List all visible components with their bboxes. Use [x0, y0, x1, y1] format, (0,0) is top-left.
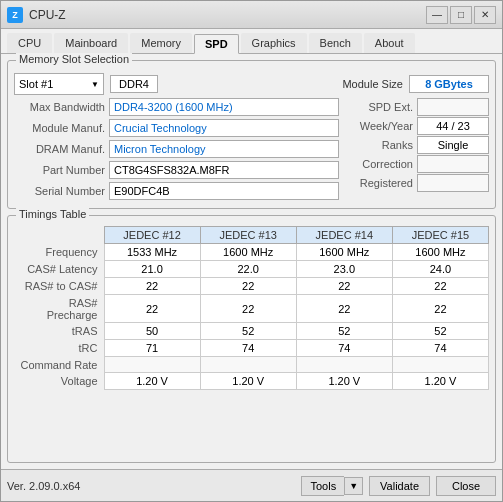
- col-jedec12: JEDEC #12: [104, 227, 200, 244]
- right-value-week-year: 44 / 23: [417, 117, 489, 135]
- tools-dropdown-arrow[interactable]: ▼: [344, 477, 363, 495]
- right-info-col: SPD Ext. Week/Year 44 / 23 Ranks Single: [339, 97, 489, 202]
- window-title: CPU-Z: [29, 8, 426, 22]
- timing-cell: 1600 MHz: [296, 244, 392, 261]
- right-value-ranks: Single: [417, 136, 489, 154]
- tab-bench[interactable]: Bench: [309, 33, 362, 53]
- timing-cell: 22: [296, 295, 392, 323]
- table-header-row: JEDEC #12 JEDEC #13 JEDEC #14 JEDEC #15: [14, 227, 489, 244]
- table-row: RAS# to CAS#22222222: [14, 278, 489, 295]
- tab-spd[interactable]: SPD: [194, 34, 239, 54]
- field-value-part-number: CT8G4SFS832A.M8FR: [109, 161, 339, 179]
- tab-memory[interactable]: Memory: [130, 33, 192, 53]
- timing-cell: 22: [104, 295, 200, 323]
- col-jedec15: JEDEC #15: [392, 227, 488, 244]
- field-label: Part Number: [14, 164, 109, 176]
- timings-group-title: Timings Table: [16, 208, 89, 220]
- timing-cell: 1600 MHz: [392, 244, 488, 261]
- right-field-ranks: Ranks Single: [343, 135, 489, 154]
- timing-row-label: tRC: [14, 340, 104, 357]
- timing-cell: 74: [200, 340, 296, 357]
- right-label: Correction: [343, 158, 413, 170]
- table-row: tRAS50525252: [14, 323, 489, 340]
- status-bar: Ver. 2.09.0.x64 Tools ▼ Validate Close: [1, 469, 502, 501]
- memory-slot-group: Memory Slot Selection Slot #1 ▼ DDR4 Mod…: [7, 60, 496, 209]
- table-row: RAS# Precharge22222222: [14, 295, 489, 323]
- right-field-spd-ext: SPD Ext.: [343, 97, 489, 116]
- table-row: Voltage1.20 V1.20 V1.20 V1.20 V: [14, 373, 489, 390]
- tab-cpu[interactable]: CPU: [7, 33, 52, 53]
- timing-cell: 22.0: [200, 261, 296, 278]
- left-info-col: Max Bandwidth DDR4-3200 (1600 MHz) Modul…: [14, 97, 339, 202]
- timing-cell: 1.20 V: [200, 373, 296, 390]
- timing-cell: [200, 357, 296, 373]
- table-row: tRC71747474: [14, 340, 489, 357]
- app-icon: Z: [7, 7, 23, 23]
- memory-slot-group-title: Memory Slot Selection: [16, 53, 132, 65]
- timing-cell: 50: [104, 323, 200, 340]
- close-app-button[interactable]: Close: [436, 476, 496, 496]
- timing-cell: 1533 MHz: [104, 244, 200, 261]
- timings-group: Timings Table JEDEC #12 JEDEC #13 JEDEC …: [7, 215, 496, 463]
- tab-about[interactable]: About: [364, 33, 415, 53]
- field-serial-number: Serial Number E90DFC4B: [14, 181, 339, 200]
- right-field-correction: Correction: [343, 154, 489, 173]
- field-dram-manuf: DRAM Manuf. Micron Technology: [14, 139, 339, 158]
- table-row: CAS# Latency21.022.023.024.0: [14, 261, 489, 278]
- field-value-bandwidth: DDR4-3200 (1600 MHz): [109, 98, 339, 116]
- timing-cell: 22: [392, 295, 488, 323]
- field-value-serial-number: E90DFC4B: [109, 182, 339, 200]
- timing-cell: 22: [200, 278, 296, 295]
- ddr-type-badge: DDR4: [110, 75, 158, 93]
- timing-row-label: RAS# to CAS#: [14, 278, 104, 295]
- validate-button[interactable]: Validate: [369, 476, 430, 496]
- field-label: DRAM Manuf.: [14, 143, 109, 155]
- timing-row-label: RAS# Precharge: [14, 295, 104, 323]
- field-module-manuf: Module Manuf. Crucial Technology: [14, 118, 339, 137]
- tools-container: Tools ▼: [301, 476, 363, 496]
- module-size-value: 8 GBytes: [409, 75, 489, 93]
- timing-cell: [296, 357, 392, 373]
- right-value-registered: [417, 174, 489, 192]
- timing-cell: 22: [296, 278, 392, 295]
- field-part-number: Part Number CT8G4SFS832A.M8FR: [14, 160, 339, 179]
- title-bar: Z CPU-Z — □ ✕: [1, 1, 502, 29]
- field-max-bandwidth: Max Bandwidth DDR4-3200 (1600 MHz): [14, 97, 339, 116]
- tools-button[interactable]: Tools: [301, 476, 344, 496]
- timing-cell: 22: [200, 295, 296, 323]
- timing-cell: 21.0: [104, 261, 200, 278]
- right-field-registered: Registered: [343, 173, 489, 192]
- timing-cell: 22: [104, 278, 200, 295]
- content-area: Memory Slot Selection Slot #1 ▼ DDR4 Mod…: [1, 54, 502, 469]
- module-size-label: Module Size: [342, 78, 403, 90]
- timing-row-label: CAS# Latency: [14, 261, 104, 278]
- timing-cell: 74: [392, 340, 488, 357]
- timing-cell: 1.20 V: [296, 373, 392, 390]
- timing-cell: 52: [200, 323, 296, 340]
- main-window: Z CPU-Z — □ ✕ CPU Mainboard Memory SPD G…: [0, 0, 503, 502]
- maximize-button[interactable]: □: [450, 6, 472, 24]
- timing-cell: 52: [296, 323, 392, 340]
- slot-select[interactable]: Slot #1 ▼: [14, 73, 104, 95]
- field-value-module-manuf: Crucial Technology: [109, 119, 339, 137]
- col-jedec13: JEDEC #13: [200, 227, 296, 244]
- timing-cell: 74: [296, 340, 392, 357]
- timing-cell: 22: [392, 278, 488, 295]
- field-value-dram-manuf: Micron Technology: [109, 140, 339, 158]
- tab-graphics[interactable]: Graphics: [241, 33, 307, 53]
- tabs-bar: CPU Mainboard Memory SPD Graphics Bench …: [1, 29, 502, 54]
- timing-cell: [392, 357, 488, 373]
- right-label: Week/Year: [343, 120, 413, 132]
- timings-data-table: JEDEC #12 JEDEC #13 JEDEC #14 JEDEC #15 …: [14, 226, 489, 390]
- timing-cell: 23.0: [296, 261, 392, 278]
- table-row: Command Rate: [14, 357, 489, 373]
- tab-mainboard[interactable]: Mainboard: [54, 33, 128, 53]
- table-row: Frequency1533 MHz1600 MHz1600 MHz1600 MH…: [14, 244, 489, 261]
- field-label: Serial Number: [14, 185, 109, 197]
- right-label: Registered: [343, 177, 413, 189]
- minimize-button[interactable]: —: [426, 6, 448, 24]
- timings-table: JEDEC #12 JEDEC #13 JEDEC #14 JEDEC #15 …: [14, 226, 489, 390]
- title-buttons: — □ ✕: [426, 6, 496, 24]
- close-button[interactable]: ✕: [474, 6, 496, 24]
- right-label: SPD Ext.: [343, 101, 413, 113]
